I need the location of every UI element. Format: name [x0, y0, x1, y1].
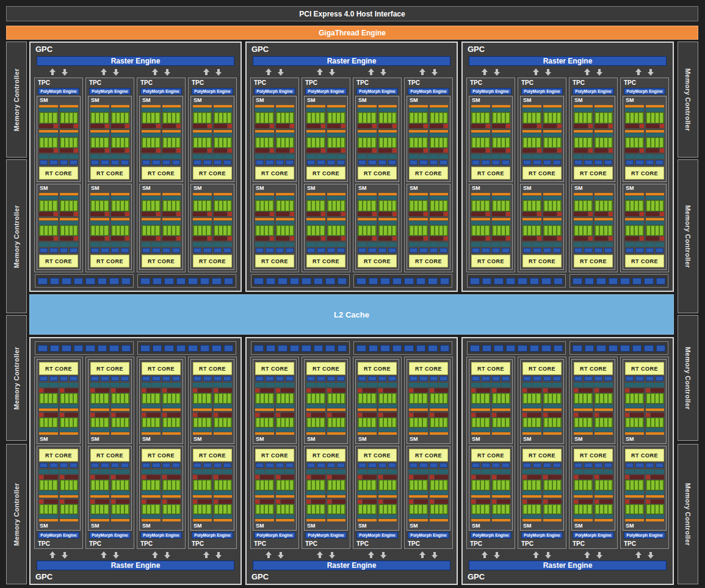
sm-partition-grid — [358, 105, 397, 153]
green-core-bar — [588, 113, 591, 123]
blue-block — [404, 278, 414, 285]
green-core-bar — [481, 481, 484, 490]
core-array — [625, 393, 644, 404]
green-core-bar — [290, 505, 293, 514]
dark-red-fill — [60, 236, 74, 241]
sm-partition-grid — [142, 388, 181, 435]
teal-segment — [327, 154, 336, 159]
dark-red-bar — [255, 499, 274, 504]
blue-segment — [635, 160, 643, 165]
core-array — [162, 112, 181, 123]
sm-partition-block — [471, 193, 490, 216]
green-core-bar — [125, 226, 128, 236]
green-core-bar — [656, 138, 659, 148]
orange-bar — [39, 193, 58, 195]
green-core-bar — [65, 113, 68, 123]
up-arrow-icon — [152, 551, 159, 559]
dark-red-fill — [65, 499, 79, 504]
blue-segment — [276, 463, 284, 468]
sm-partition-block — [595, 499, 613, 522]
orange-bar — [471, 495, 490, 498]
green-core-bar — [553, 481, 556, 490]
teal-bar — [492, 108, 511, 112]
sm-partition-block — [214, 193, 233, 216]
green-core-bar — [176, 481, 179, 490]
teal-segment — [275, 242, 284, 247]
teal-segment — [172, 383, 181, 387]
teal-bar — [306, 108, 325, 112]
memory-controller-label: Memory Controller — [684, 205, 692, 268]
dark-red-bar — [327, 475, 346, 479]
teal-bar — [276, 196, 295, 200]
green-core-bar — [524, 226, 527, 236]
core-array — [522, 504, 541, 515]
dark-red-fill — [378, 148, 392, 153]
teal-segment — [142, 154, 151, 159]
orange-bar — [574, 105, 593, 107]
core-array — [492, 137, 511, 148]
green-core-bar — [639, 481, 642, 490]
red-square — [588, 212, 593, 216]
teal-segment — [100, 470, 109, 474]
orange-bar — [595, 519, 613, 521]
dark-red-bar — [543, 148, 562, 153]
dark-red-fill — [574, 212, 588, 216]
green-core-bar — [537, 201, 540, 211]
sm-partition-block — [358, 499, 377, 522]
teal-segment — [162, 242, 171, 247]
dark-red-fill — [260, 413, 274, 417]
teal-bar — [214, 515, 233, 518]
green-core-bar — [117, 394, 120, 403]
blue-block — [494, 278, 504, 285]
teal-strip — [255, 470, 294, 474]
core-array — [90, 393, 109, 404]
blue-block — [200, 345, 210, 352]
green-core-bar — [70, 226, 73, 236]
teal-bar — [378, 428, 397, 432]
teal-segment — [59, 470, 68, 474]
green-core-bar — [156, 418, 159, 427]
green-core-bar — [493, 394, 496, 403]
blue-block — [369, 345, 378, 352]
blue-block — [302, 278, 311, 285]
blue-segment — [604, 160, 612, 165]
green-core-bar — [651, 201, 654, 211]
teal-bar — [214, 404, 233, 408]
tpc-label: TPC — [304, 79, 348, 87]
green-core-bar — [604, 481, 607, 490]
core-array — [595, 225, 613, 236]
orange-bar — [646, 519, 665, 521]
teal-bar — [430, 428, 449, 432]
green-core-bar — [172, 394, 175, 403]
blue-segment — [317, 376, 325, 381]
sm-partition-grid — [255, 105, 294, 153]
sm-label: SM — [625, 523, 664, 529]
sm-partition-block — [111, 130, 130, 153]
sm-partition-block — [646, 105, 665, 128]
green-core-bar — [506, 505, 509, 514]
blue-block — [416, 278, 426, 285]
teal-strip — [255, 242, 294, 247]
teal-bar — [522, 133, 541, 137]
green-core-bar — [269, 113, 272, 123]
sm-box: SMRT CORE — [520, 446, 564, 531]
red-square — [378, 413, 383, 417]
orange-bar — [255, 130, 274, 132]
blue-block — [482, 278, 492, 285]
teal-strip — [574, 242, 613, 247]
teal-segment — [120, 154, 129, 159]
green-core-bar — [596, 113, 599, 123]
green-core-bar — [363, 113, 366, 123]
sm-partition-grid — [522, 105, 562, 153]
dark-red-bar — [214, 475, 233, 479]
dark-red-bar — [90, 124, 109, 128]
teal-bar — [595, 196, 613, 200]
green-core-bar — [584, 418, 587, 427]
red-square — [609, 236, 613, 241]
core-array — [646, 504, 665, 515]
green-core-bar — [277, 138, 280, 148]
dark-red-bar — [646, 413, 665, 417]
blue-segment — [142, 376, 150, 381]
teal-segment — [90, 383, 99, 387]
red-square — [595, 413, 599, 417]
